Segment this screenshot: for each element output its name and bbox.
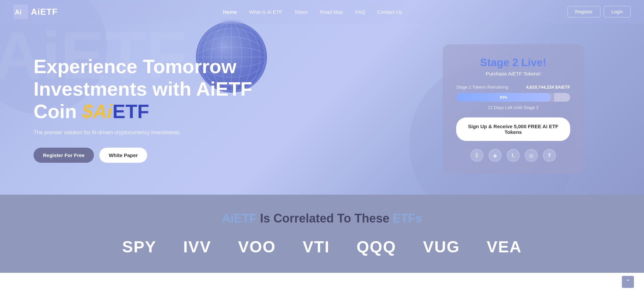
hero-cta: Register For Free White Paper — [34, 148, 268, 163]
litecoin-icon: Ł — [507, 149, 520, 162]
stage-tokens-value: 4,610,744,224 $AiETF — [526, 85, 570, 90]
ethereum-icon: ◈ — [489, 149, 501, 162]
correlated-title-middle: Is Correlated To These — [260, 211, 392, 225]
white-paper-button[interactable]: White Paper — [99, 148, 147, 163]
hero-subtitle: The premier solution for AI-driven crypt… — [34, 130, 268, 136]
stage-days: 11 Days Left Until Stage 3 — [456, 105, 570, 110]
hero-title-line1: Experience Tomorrow — [34, 55, 236, 77]
etf-vea: VEA — [487, 238, 522, 256]
stage-subtitle: Purchase AiETF Tokens! — [456, 71, 570, 77]
nav-contact[interactable]: Contact Us — [377, 9, 402, 15]
hero-title: Experience Tomorrow Investments with AiE… — [34, 55, 268, 122]
tether-icon: ₮ — [543, 149, 556, 162]
register-button[interactable]: Register — [568, 6, 600, 17]
etf-voo: VOO — [238, 238, 276, 256]
logo-text: AiETF — [31, 7, 58, 17]
signup-button[interactable]: Sign Up & Receive 5,000 FREE Ai ETF Toke… — [456, 117, 570, 141]
stage-tokens-label: Stage 2 Tokens Remaining — [456, 85, 508, 90]
stage-title: Stage 2 Live! — [456, 56, 570, 69]
nav-what-is[interactable]: What is Ai ETF — [249, 9, 282, 15]
progress-bar-fill: 83% — [456, 93, 551, 102]
etf-spy: SPY — [122, 238, 156, 256]
logo-area[interactable]: Ai AiETF — [13, 4, 58, 19]
hero-title-line3: Coin $AiETF — [34, 100, 149, 122]
progress-bar-container: 83% — [456, 93, 570, 102]
navbar: Ai AiETF Home What is Ai ETF Token Road … — [0, 0, 644, 23]
progress-end-block — [554, 93, 570, 102]
nav-buttons: Register Login — [568, 6, 631, 17]
nav-home[interactable]: Home — [223, 9, 237, 15]
hero-content: Experience Tomorrow Investments with AiE… — [0, 24, 644, 194]
hero-left: Experience Tomorrow Investments with AiE… — [34, 55, 268, 162]
etf-qqq: QQQ — [357, 238, 396, 256]
bitcoin-icon: ₿ — [471, 149, 483, 162]
nav-links: Home What is Ai ETF Token Road Map FAQ C… — [223, 9, 402, 15]
progress-label: 83% — [500, 95, 507, 99]
stage-card: Stage 2 Live! Purchase AiETF Tokens! Sta… — [443, 44, 584, 174]
login-button[interactable]: Login — [604, 6, 631, 17]
etf-list: SPY IVV VOO VTI QQQ VUG VEA — [34, 238, 610, 256]
crypto-icons: ₿ ◈ Ł ◎ ₮ — [456, 149, 570, 162]
hero-title-line2: Investments with AiETF — [34, 78, 252, 100]
svg-text:Ai: Ai — [15, 8, 21, 16]
lower-section: AiETF Is Correlated To These ETFs SPY IV… — [0, 195, 644, 273]
correlated-title-prefix: AiETF — [222, 211, 257, 225]
etf-vug: VUG — [423, 238, 460, 256]
hero-section: AiETF — [0, 0, 644, 195]
correlated-title: AiETF Is Correlated To These ETFs — [34, 211, 610, 226]
nav-token[interactable]: Token — [294, 9, 308, 15]
nav-faq[interactable]: FAQ — [355, 9, 365, 15]
register-for-free-button[interactable]: Register For Free — [34, 148, 94, 163]
nav-roadmap[interactable]: Road Map — [320, 9, 343, 15]
etf-vti: VTI — [303, 238, 330, 256]
correlated-title-suffix: ETFs — [393, 211, 422, 225]
stage-tokens-row: Stage 2 Tokens Remaining 4,610,744,224 $… — [456, 85, 570, 90]
etf-ivv: IVV — [183, 238, 211, 256]
other-crypto-icon-1: ◎ — [525, 149, 538, 162]
logo-icon: Ai — [13, 4, 28, 19]
